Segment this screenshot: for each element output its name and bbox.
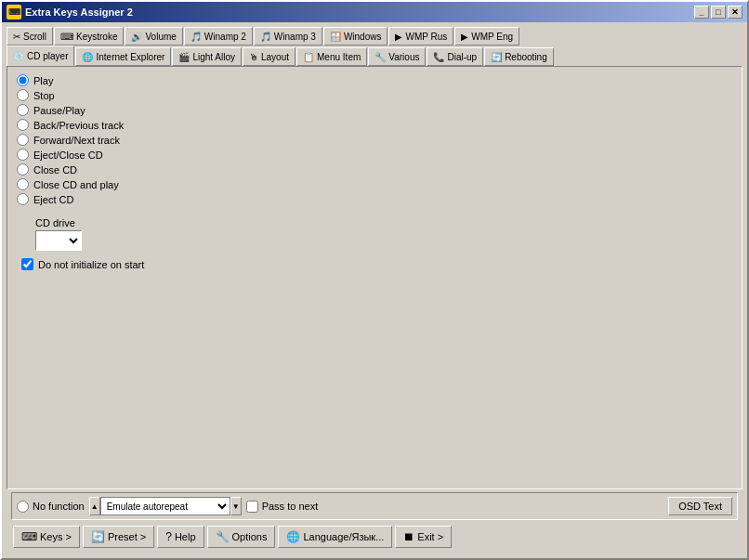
cd-drive-select[interactable] [35, 230, 82, 251]
keys-button[interactable]: ⌨ Keys > [13, 526, 80, 548]
radio-label-closecdplay: Close CD and play [33, 179, 119, 190]
main-window: ⌨ Extra Keys Assigner 2 _ □ ✕ ✂Scroll⌨Ke… [0, 0, 749, 560]
radio-input-ejectclose[interactable] [17, 149, 29, 161]
tab-layout[interactable]: 🖱Layout [243, 47, 296, 66]
tab-winamp3[interactable]: 🎵Winamp 3 [254, 27, 322, 46]
tab-icon-rebooting: 🔄 [491, 52, 502, 62]
language-button[interactable]: 🌐 Language/Язык... [278, 526, 392, 548]
tab-windows[interactable]: 🪟Windows [323, 27, 388, 46]
cd-drive-label: CD drive [35, 217, 732, 228]
exit-button[interactable]: ⏹ Exit > [395, 526, 452, 548]
maximize-button[interactable]: □ [711, 6, 726, 19]
radio-input-backprev[interactable] [17, 119, 29, 131]
radio-input-ejectcd[interactable] [17, 193, 29, 205]
keys-icon: ⌨ [21, 530, 37, 543]
tab-label-menuitem: Menu Item [317, 52, 361, 62]
no-function-radio-input[interactable] [17, 501, 29, 513]
radio-input-stop[interactable] [17, 89, 29, 101]
tab-ie[interactable]: 🌐Internet Explorer [75, 47, 171, 66]
spin-down-icon[interactable]: ▼ [230, 497, 242, 515]
no-function-label: No function [33, 501, 85, 512]
action-radio-group: PlayStopPause/PlayBack/Previous trackFor… [17, 74, 732, 205]
window-title: Extra Keys Assigner 2 [25, 7, 133, 18]
radio-input-closecd[interactable] [17, 163, 29, 176]
dont-init-checkbox[interactable] [21, 258, 33, 270]
emulate-select[interactable]: Emulate autorepeat [100, 497, 230, 515]
spin-up-icon[interactable]: ▲ [89, 497, 100, 515]
title-bar-left: ⌨ Extra Keys Assigner 2 [7, 5, 133, 20]
pass-next-label: Pass to next [262, 501, 319, 512]
tab-dialup[interactable]: 📞Dial-up [427, 47, 483, 66]
tabs-row-1: ✂Scroll⌨Keystroke🔊Volume🎵Winamp 2🎵Winamp… [7, 27, 742, 46]
preset-label: Preset > [108, 531, 146, 542]
minimize-button[interactable]: _ [694, 6, 709, 19]
tab-menuitem[interactable]: 📋Menu Item [296, 47, 367, 66]
radio-input-fwdnext[interactable] [17, 134, 29, 146]
tab-icon-lightalloy: 🎬 [178, 52, 190, 62]
radio-label-fwdnext: Forward/Next track [33, 135, 120, 146]
tab-label-lightalloy: Light Alloy [192, 52, 235, 62]
language-icon: 🌐 [286, 530, 300, 543]
help-icon: ? [165, 530, 172, 543]
bottom-controls-bar: No function ▲ Emulate autorepeat ▼ Pass … [11, 492, 738, 520]
tab-icon-cdplayer: 💿 [13, 51, 24, 61]
tab-cdplayer[interactable]: 💿CD player [7, 46, 74, 66]
tab-label-rebooting: Rebooting [505, 52, 547, 62]
radio-item-closecd: Close CD [17, 163, 732, 176]
radio-item-stop: Stop [17, 89, 732, 101]
tab-label-ie: Internet Explorer [96, 52, 164, 62]
title-buttons: _ □ ✕ [694, 6, 742, 19]
tab-icon-various: 🔧 [374, 52, 386, 62]
main-content: ✂Scroll⌨Keystroke🔊Volume🎵Winamp 2🎵Winamp… [2, 22, 747, 558]
tab-icon-ie: 🌐 [82, 52, 93, 62]
tab-icon-volume: 🔊 [131, 32, 142, 42]
tab-icon-windows: 🪟 [330, 32, 341, 42]
no-function-radio: No function [17, 501, 85, 513]
tab-rebooting[interactable]: 🔄Rebooting [484, 47, 554, 66]
tab-label-dialup: Dial-up [447, 52, 477, 62]
tab-icon-wmprus: ▶ [395, 32, 402, 42]
exit-label: Exit > [417, 531, 443, 542]
radio-input-play[interactable] [17, 74, 29, 86]
radio-item-closecdplay: Close CD and play [17, 178, 732, 190]
tab-wmprus[interactable]: ▶WMP Rus [388, 27, 453, 46]
tab-label-various: Various [388, 52, 419, 62]
radio-item-ejectcd: Eject CD [17, 193, 732, 205]
tab-label-winamp2: Winamp 2 [204, 32, 246, 42]
radio-input-pauseplay[interactable] [17, 104, 29, 116]
radio-label-closecd: Close CD [33, 164, 77, 176]
tab-lightalloy[interactable]: 🎬Light Alloy [172, 47, 242, 66]
toolbar: ⌨ Keys > 🔄 Preset > ? Help 🔧 Options 🌐 [11, 523, 738, 551]
preset-button[interactable]: 🔄 Preset > [83, 526, 154, 548]
options-label: Options [232, 531, 268, 542]
radio-input-closecdplay[interactable] [17, 178, 29, 190]
tab-wmpeng[interactable]: ▶WMP Eng [454, 27, 519, 46]
tab-volume[interactable]: 🔊Volume [125, 27, 182, 46]
tab-icon-menuitem: 📋 [303, 52, 314, 62]
pass-next-checkbox[interactable] [246, 501, 258, 513]
options-button[interactable]: 🔧 Options [207, 526, 276, 548]
osd-text-button[interactable]: OSD Text [668, 497, 732, 515]
tab-label-layout: Layout [261, 52, 289, 62]
radio-item-fwdnext: Forward/Next track [17, 134, 732, 146]
tab-label-cdplayer: CD player [27, 51, 68, 61]
tab-icon-layout: 🖱 [249, 52, 258, 62]
tab-panel-cdplayer: PlayStopPause/PlayBack/Previous trackFor… [7, 66, 742, 489]
help-button[interactable]: ? Help [157, 526, 204, 548]
tab-winamp2[interactable]: 🎵Winamp 2 [184, 27, 253, 46]
tab-scroll[interactable]: ✂Scroll [7, 27, 53, 46]
tab-label-keystroke: Keystroke [76, 32, 117, 42]
radio-label-pauseplay: Pause/Play [33, 105, 85, 116]
keys-label: Keys > [40, 531, 72, 542]
exit-icon: ⏹ [403, 530, 414, 543]
init-checkbox-item: Do not initialize on start [21, 258, 732, 270]
tab-various[interactable]: 🔧Various [368, 47, 426, 66]
tab-keystroke[interactable]: ⌨Keystroke [54, 27, 124, 46]
language-label: Language/Язык... [303, 531, 384, 542]
tab-icon-dialup: 📞 [433, 52, 444, 62]
radio-item-pauseplay: Pause/Play [17, 104, 732, 116]
pass-next-wrapper: Pass to next [246, 501, 319, 513]
tab-icon-scroll: ✂ [13, 32, 20, 42]
bottom-section: No function ▲ Emulate autorepeat ▼ Pass … [7, 489, 742, 553]
close-button[interactable]: ✕ [728, 6, 742, 19]
